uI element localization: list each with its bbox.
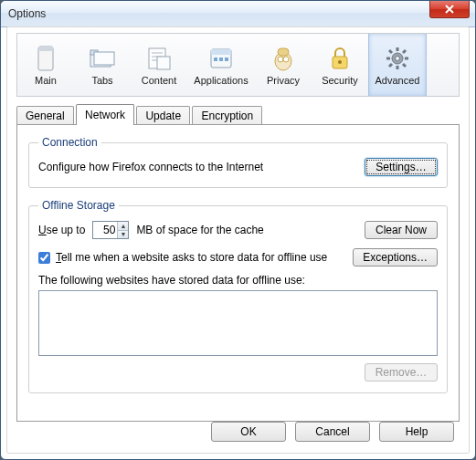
offline-list-caption: The following websites have stored data … (38, 274, 438, 287)
svg-rect-9 (157, 57, 170, 69)
offline-legend: Offline Storage (38, 199, 119, 212)
svg-point-16 (278, 57, 283, 62)
category-label: Security (322, 75, 358, 86)
spinner-up[interactable]: ▲ (118, 222, 128, 231)
use-up-to-suffix: MB of space for the cache (136, 224, 365, 236)
advanced-icon (383, 44, 412, 73)
category-security[interactable]: Security (312, 34, 368, 96)
titlebar: Options (1, 1, 475, 27)
connection-group: Connection Configure how Firefox connect… (28, 136, 448, 188)
main-icon (31, 44, 60, 73)
options-window: Options Main Tabs (0, 0, 476, 460)
privacy-icon (269, 44, 298, 73)
svg-rect-13 (219, 58, 223, 61)
category-label: Content (142, 75, 177, 86)
svg-line-29 (403, 50, 406, 53)
connection-settings-button[interactable]: Settings… (365, 158, 438, 176)
exceptions-button[interactable]: Exceptions… (353, 248, 438, 267)
svg-point-17 (283, 57, 289, 62)
connection-legend: Connection (38, 136, 101, 149)
svg-rect-14 (225, 58, 228, 61)
cache-size-input[interactable] (93, 222, 117, 238)
category-applications[interactable]: Applications (187, 34, 255, 96)
tell-me-checkbox[interactable] (38, 252, 50, 264)
offline-sites-listbox[interactable] (38, 290, 438, 356)
svg-rect-18 (278, 48, 289, 56)
window-title: Options (8, 7, 46, 20)
cache-size-spinner[interactable]: ▲ ▼ (92, 221, 129, 239)
applications-icon (206, 44, 236, 73)
offline-storage-group: Offline Storage Use up to ▲ ▼ MB of spac… (28, 199, 448, 393)
tab-general[interactable]: General (16, 106, 74, 126)
tab-network[interactable]: Network (76, 104, 134, 125)
remove-button: Remove… (365, 363, 438, 382)
connection-text: Configure how Firefox connects to the In… (38, 161, 365, 173)
category-tabs[interactable]: Tabs (74, 34, 131, 96)
svg-rect-4 (94, 52, 114, 65)
svg-line-28 (403, 64, 406, 67)
svg-rect-11 (211, 49, 231, 55)
category-privacy[interactable]: Privacy (255, 34, 312, 96)
tab-encryption[interactable]: Encryption (192, 106, 262, 126)
cancel-button[interactable]: Cancel (295, 422, 370, 442)
category-label: Tabs (91, 75, 112, 86)
category-label: Advanced (376, 75, 420, 86)
tabs-icon (88, 44, 117, 73)
svg-rect-12 (214, 58, 217, 61)
category-label: Applications (194, 75, 248, 86)
ok-button[interactable]: OK (211, 422, 286, 442)
close-icon (444, 5, 455, 14)
category-label: Privacy (267, 75, 300, 86)
category-main[interactable]: Main (17, 34, 74, 96)
category-label: Main (35, 75, 57, 86)
svg-line-27 (389, 50, 392, 53)
svg-rect-1 (38, 47, 53, 51)
category-content[interactable]: Content (131, 34, 187, 96)
spinner-down[interactable]: ▼ (118, 231, 128, 239)
network-panel: Connection Configure how Firefox connect… (16, 124, 460, 422)
svg-line-30 (389, 64, 392, 67)
category-advanced[interactable]: Advanced (368, 34, 427, 96)
use-up-to-prefix: Use up to (38, 224, 85, 236)
tab-update[interactable]: Update (136, 106, 190, 126)
close-button[interactable] (429, 1, 470, 18)
content-icon (144, 44, 174, 73)
subtab-strip: General Network Update Encryption (16, 104, 460, 124)
security-icon (325, 44, 354, 73)
dialog-buttons: OK Cancel Help (211, 422, 454, 442)
help-button[interactable]: Help (379, 422, 454, 442)
tell-me-label: Tell me when a website asks to store dat… (56, 251, 353, 264)
category-toolbar: Main Tabs Content Applications (16, 33, 460, 97)
client-area: Main Tabs Content Applications (6, 26, 470, 454)
svg-point-20 (338, 60, 342, 64)
clear-now-button[interactable]: Clear Now (365, 221, 438, 239)
svg-point-22 (396, 57, 400, 61)
